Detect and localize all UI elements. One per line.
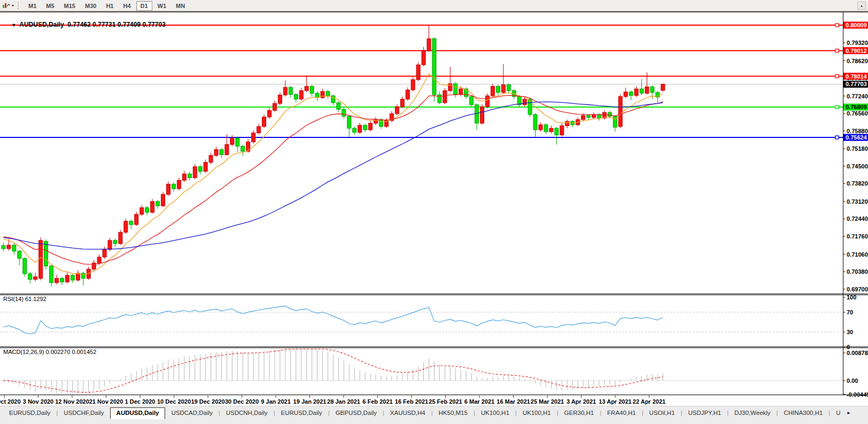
tab-scroll-right-icon[interactable]: ▸ [848,407,850,415]
moving-average-slow [4,102,663,250]
timeframe-button-d1[interactable]: D1 [136,1,152,11]
level-price-label: 0.80009 [846,22,867,28]
date-axis-label: 21 Nov 2020 [89,398,123,405]
timeframe-button-m5[interactable]: M5 [42,1,58,11]
price-axis-tick-label: 0.74500 [847,163,868,169]
rsi-axis-tick-label: 0 [847,344,850,350]
macd-histogram-layer [4,349,663,394]
date-axis-label: 16 Feb 2021 [395,398,428,405]
collapse-triangle-icon[interactable]: ▼ [11,22,16,28]
level-line-handle[interactable] [835,75,839,78]
macd-indicator-label: MACD(12,26,9) 0.002270 0.001452 [3,349,96,355]
date-axis-label: 1 Dec 2020 [125,398,156,405]
price-axis-tick-label: 0.77240 [847,93,868,99]
macd-axis-tick-label: 0.008782 [847,350,868,356]
tab-gbpusd-daily[interactable]: GBPUSD,Daily [330,407,383,419]
date-axis-label: 6 Feb 2021 [362,398,392,405]
tab-eurusd-daily[interactable]: EURUSD,Daily [275,407,328,419]
date-axis-label: 25 Feb 2021 [429,398,462,405]
price-axis-tick-label: 0.79320 [847,40,868,46]
date-axis-label: 19 Jan 2021 [293,398,327,405]
date-axis-label: 25 Mar 2021 [531,398,564,405]
tab-xauusd-h4[interactable]: XAUUSD,H4 [384,407,431,419]
date-axis-label: 3 Apr 2021 [567,398,596,405]
price-axis-tick-label: 0.70380 [847,268,868,275]
date-axis-label: 22 Apr 2021 [633,398,665,405]
level-price-label: 0.76809 [846,104,867,110]
level-line-handle[interactable] [835,24,839,27]
date-axis-label: 19 Dec 2020 [191,398,225,405]
price-axis-tick-label: 0.76560 [847,110,868,117]
level-line-handle[interactable] [835,136,839,139]
chart-ohlc-title: ▼AUDUSD,Daily 0.77462 0.77731 0.77409 0.… [4,13,166,36]
tab-uk100-h1[interactable]: UK100,H1 [517,407,557,419]
macd-axis-tick-label: 0.00 [847,377,858,384]
candlesticks-layer [2,25,665,287]
timeframe-button-h1[interactable]: H1 [102,1,118,11]
rsi-axis-tick-label: 70 [847,309,853,315]
timeframe-button-m1[interactable]: M1 [24,1,41,11]
date-axis-label: 12 Nov 2020 [55,398,89,405]
price-axis-tick-label: 0.72440 [847,215,868,222]
symbol-period-label: AUDUSD,Daily [19,21,64,28]
timeframe-button-m15[interactable]: M15 [60,1,80,11]
toolbar-grip[interactable] [18,2,20,9]
chart-area[interactable]: 0.793200.786200.779400.772400.765600.758… [0,11,868,406]
level-price-label: 0.78014 [846,73,867,80]
level-price-label: 0.79012 [846,48,867,54]
tab-usoil-h1[interactable]: USOil,H1 [644,407,681,419]
date-axis-label: 10 Dec 2020 [157,398,191,405]
tab-audusd-daily[interactable]: AUDUSD,Daily [110,407,166,419]
tab-usdchf-daily[interactable]: USDCHF,Daily [58,407,110,419]
price-axis-tick-label: 0.71760 [847,233,868,240]
toolbar-overflow-button[interactable]: ▴ [857,2,866,10]
date-axis-label: 24 Oct 2020 [0,398,21,405]
macd-axis-tick-label: -0.004451 [847,391,868,398]
date-axis-label: 3 Nov 2020 [23,398,53,405]
tab-u[interactable]: U [830,407,846,419]
price-axis-tick-label: 0.73820 [847,180,868,187]
ohlc-values: 0.77462 0.77731 0.77409 0.77703 [67,21,166,28]
tab-eurusd-daily[interactable]: EURUSD,Daily [3,407,56,419]
tab-hk50-m15[interactable]: HK50,M15 [433,407,474,419]
tab-fra40-h1[interactable]: FRA40,H1 [601,407,642,419]
rsi-line [4,306,663,334]
tab-china300-h1[interactable]: CHINA300,H1 [778,407,828,419]
price-axis-tick-label: 0.75180 [847,145,868,152]
rsi-axis-tick-label: 30 [847,329,853,335]
price-axis-tick-label: 0.73120 [847,198,868,205]
trading-platform-window: ▾ M1M5M15M30H1H4D1W1MN ▴ 0.793200.786200… [0,0,868,424]
level-line-handle[interactable] [835,49,839,52]
timeframe-button-h4[interactable]: H4 [119,1,135,11]
current-price-label: 0.77703 [846,81,867,87]
timeframe-button-w1[interactable]: W1 [153,1,171,11]
tab-usdcad-daily[interactable]: USDCAD,Daily [165,407,218,419]
tab-dj30-weekly[interactable]: DJ30,Weekly [728,407,777,419]
rsi-axis-tick-label: 100 [847,294,856,300]
timeframe-toolbar: ▾ M1M5M15M30H1H4D1W1MN ▴ [0,0,868,11]
tab-usdcnh-daily[interactable]: USDCNH,Daily [220,407,274,419]
price-axis-tick-label: 0.75880 [847,128,868,134]
timeframe-button-m30[interactable]: M30 [81,1,100,11]
timeframe-buttons: M1M5M15M30H1H4D1W1MN [24,1,190,10]
chevron-down-icon[interactable]: ▾ [12,3,14,8]
tab-ger30-h1[interactable]: GER30,H1 [559,407,600,419]
chart-cursor-icon[interactable] [2,1,11,10]
price-axis-tick-label: 0.69700 [847,286,868,292]
date-axis-label: 9 Jan 2021 [261,398,291,405]
tab-uk100-h1[interactable]: UK100,H1 [475,407,515,419]
price-axis-tick-label: 0.71060 [847,251,868,258]
date-axis-label: 30 Dec 2020 [225,398,259,405]
chart-tab-bar: EURUSD,Daily|USDCHF,DailyAUDUSD,DailyUSD… [0,406,868,424]
timeframe-button-mn[interactable]: MN [172,1,189,11]
date-axis-label: 6 Mar 2021 [464,398,494,405]
date-axis-label: 13 Apr 2021 [599,398,631,405]
level-price-label: 0.75624 [846,134,867,141]
tab-usdjpy-h1[interactable]: USDJPY,H1 [682,407,727,419]
level-line-handle[interactable] [835,105,839,109]
price-axis-tick-label: 0.78620 [847,58,868,64]
rsi-indicator-label: RSI(14) 61.1292 [3,296,46,302]
date-axis-label: 28 Jan 2021 [327,398,360,405]
date-axis-label: 16 Mar 2021 [497,398,530,405]
